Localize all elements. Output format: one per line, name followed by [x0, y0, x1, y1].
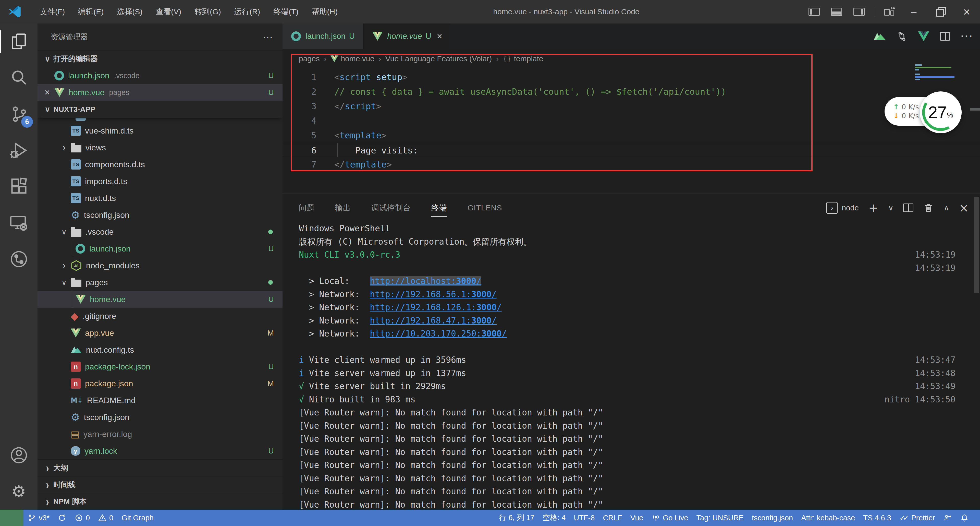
status-item-cursor-position[interactable]: 行 6, 列 17 — [495, 510, 538, 526]
terminal-scrollbar[interactable] — [974, 197, 979, 293]
status-item-prettier[interactable]: ✓✓Prettier — [895, 510, 939, 526]
tree-item-app.vue[interactable]: app.vueM — [38, 325, 283, 341]
menu-item[interactable]: 编辑(E) — [72, 0, 110, 24]
terminal-link[interactable]: 3000 — [476, 302, 496, 312]
customize-layout-button[interactable] — [884, 7, 894, 16]
toggle-panel-button[interactable] — [831, 8, 842, 16]
status-item-go-live[interactable]: Go Live — [648, 510, 692, 526]
sidebar-more-actions-button[interactable]: ⋯ — [262, 31, 274, 43]
status-item-eol[interactable]: CRLF — [599, 510, 626, 526]
vue-extension[interactable] — [918, 31, 929, 41]
project-section-header[interactable]: ∨ NUXT3-APP — [38, 101, 283, 118]
toggle-primary-sidebar-button[interactable] — [808, 8, 820, 16]
kill-terminal-button[interactable] — [923, 202, 934, 213]
terminal-link[interactable]: / — [502, 328, 507, 339]
activity-item-search[interactable] — [0, 60, 38, 96]
terminal-link[interactable]: / — [492, 316, 496, 325]
panel-tab-调试控制台[interactable]: 调试控制台 — [371, 194, 411, 222]
terminal-link[interactable]: http://localhost: — [370, 276, 456, 286]
tree-item-launch.json[interactable]: launch.jsonU — [38, 240, 283, 257]
status-item-git-branch[interactable]: v3* — [24, 510, 54, 526]
tree-item-home.vue[interactable]: home.vueU — [38, 291, 283, 308]
terminal-link[interactable]: 3000 — [481, 328, 501, 339]
status-item-vetur-tag[interactable]: Tag: UNSURE — [692, 510, 748, 526]
status-item-vetur-attr[interactable]: Attr: kebab-case — [797, 510, 859, 526]
status-item-tsconfig[interactable]: tsconfig.json — [748, 510, 797, 526]
tree-item-tsconfig.json[interactable]: ⚙tsconfig.json — [38, 207, 283, 223]
activity-item-git-graph[interactable] — [0, 241, 38, 277]
tree-item-imports.d.ts[interactable]: TSimports.d.ts — [38, 173, 283, 190]
status-item-sync-changes[interactable] — [54, 510, 70, 526]
tree-item-.gitignore[interactable]: ◆.gitignore — [38, 308, 283, 325]
toggle-secondary-sidebar-button[interactable] — [853, 8, 865, 16]
tree-item-yarn-error.log[interactable]: ▤yarn-error.log — [38, 426, 283, 443]
activity-item-source-control[interactable]: 6 — [0, 96, 38, 132]
tree-item-yarn.lock[interactable]: yyarn.lockU — [38, 443, 283, 459]
percent-circle[interactable]: 27 % — [920, 91, 962, 133]
nuxt-extension[interactable] — [873, 32, 886, 41]
sidebar-section-npm-scripts[interactable]: ›NPM 脚本 — [38, 493, 283, 510]
breadcrumb-item-home.vue[interactable]: home.vue — [331, 54, 374, 63]
terminal-output[interactable]: Windows PowerShell版权所有 (C) Microsoft Cor… — [283, 222, 980, 510]
maximize-panel-button[interactable]: ∧ — [943, 204, 949, 212]
more-actions-button[interactable]: ··· — [961, 31, 974, 42]
minimize-button[interactable]: – — [900, 0, 927, 24]
open-changes[interactable] — [897, 31, 907, 41]
menu-item[interactable]: 查看(V) — [149, 0, 188, 24]
tree-item-components.d.ts[interactable]: TScomponents.d.ts — [38, 156, 283, 173]
code-editor[interactable]: 1<script setup>2// const { data } = awai… — [283, 69, 980, 194]
status-item-problems-errors[interactable]: 0 — [70, 510, 94, 526]
activity-item-remote-explorer[interactable] — [0, 205, 38, 241]
tree-item-vue-shim.d.ts[interactable]: TSvue-shim.d.ts — [38, 122, 283, 139]
tree-item-tsconfig.json[interactable]: ⚙tsconfig.json — [38, 409, 283, 426]
new-terminal-button[interactable]: + — [869, 202, 878, 214]
status-item-notifications[interactable] — [956, 510, 973, 526]
terminal-link[interactable]: / — [496, 302, 502, 312]
breadcrumb-item-Vue Language Features (Volar)[interactable]: Vue Language Features (Volar) — [385, 54, 492, 63]
status-item-feedback[interactable] — [939, 510, 956, 526]
panel-tab-终端[interactable]: 终端 — [431, 194, 447, 222]
terminal-link[interactable]: http://192.168.126.1: — [370, 302, 476, 312]
activity-item-extensions[interactable] — [0, 169, 38, 205]
panel-tab-输出[interactable]: 输出 — [335, 194, 351, 222]
minimap[interactable] — [915, 64, 955, 81]
status-item-indentation[interactable]: 空格: 4 — [538, 510, 570, 526]
status-item-problems-warnings[interactable]: 0 — [94, 510, 118, 526]
tree-item-.vscode[interactable]: ∨.vscode — [38, 223, 283, 240]
tree-item-package-lock.json[interactable]: npackage-lock.jsonU — [38, 358, 283, 375]
terminal-link[interactable]: / — [476, 276, 481, 286]
sidebar-section-timeline[interactable]: ›时间线 — [38, 476, 283, 493]
tree-item-nuxt.config.ts[interactable]: nuxt.config.ts — [38, 341, 283, 358]
terminal-link[interactable]: http://192.168.56.1: — [370, 289, 471, 299]
status-item-language-mode[interactable]: Vue — [626, 510, 648, 526]
activity-item-explorer[interactable] — [0, 24, 38, 60]
terminal-process-selector[interactable]: ›node — [826, 202, 859, 214]
terminal-link[interactable]: 3000 — [456, 276, 476, 286]
menu-item[interactable]: 选择(S) — [110, 0, 149, 24]
breadcrumb-item-template[interactable]: {}template — [503, 54, 543, 63]
close-button[interactable]: × — [953, 0, 980, 24]
tree-item-README.md[interactable]: M↓README.md — [38, 392, 283, 409]
restore-button[interactable] — [927, 0, 953, 24]
close-icon[interactable]: × — [40, 87, 54, 98]
status-item-encoding[interactable]: UTF-8 — [570, 510, 599, 526]
close-panel-button[interactable]: × — [959, 202, 969, 214]
activity-item-settings[interactable]: ⚙ — [0, 473, 38, 510]
menu-item[interactable]: 文件(F) — [33, 0, 72, 24]
sidebar-section-outline[interactable]: ›大纲 — [38, 459, 283, 476]
split-editor-button[interactable] — [940, 32, 950, 41]
menu-item[interactable]: 转到(G) — [188, 0, 228, 24]
breadcrumb-item-pages[interactable]: pages — [299, 54, 320, 63]
panel-tab-问题[interactable]: 问题 — [299, 194, 315, 222]
open-editor-launch.json[interactable]: launch.json.vscodeU — [38, 67, 283, 84]
status-item-git-graph[interactable]: Git Graph — [118, 510, 158, 526]
open-editor-home.vue[interactable]: ×home.vuepagesU — [38, 84, 283, 101]
split-terminal-button[interactable] — [903, 204, 913, 212]
activity-item-account[interactable] — [0, 437, 38, 473]
editor-tab-home.vue[interactable]: home.vueU× — [364, 24, 451, 49]
menu-item[interactable]: 帮助(H) — [305, 0, 345, 24]
terminal-dropdown-button[interactable]: ∨ — [888, 204, 894, 212]
menu-item[interactable]: 运行(R) — [228, 0, 267, 24]
tree-item-node_modules[interactable]: ›JSnode_modules — [38, 257, 283, 274]
activity-item-run-debug[interactable] — [0, 132, 38, 169]
